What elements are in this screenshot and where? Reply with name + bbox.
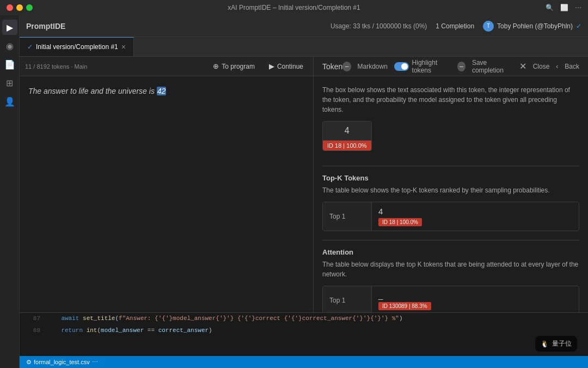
tabs-bar: ✓ Initial version/Completion #1 × (20, 37, 588, 57)
file-name: formal_logic_test.csv (34, 359, 90, 365)
save-completion-button[interactable]: Save completion (472, 59, 513, 74)
content-row: 11 / 8192 tokens · Main ⊕ To program ▶ C… (20, 57, 588, 312)
attention-table: Top 1 _ ID 130089 | 88.3% Top 2 _is ID 3… (322, 286, 579, 312)
attention-badge-1: ID 130089 | 88.3% (378, 302, 431, 310)
maximize-dot[interactable] (26, 4, 33, 11)
close-dot[interactable] (7, 4, 13, 11)
sidebar-icon-circle[interactable]: ◉ (2, 38, 17, 53)
save-label: Save completion (472, 59, 513, 74)
topk-description: The table below shows the top-K tokens r… (322, 185, 579, 195)
tab-label: Initial version/Completion #1 (36, 43, 118, 51)
app-logo: PromptIDE (26, 22, 65, 31)
topbar-info: Usage: 33 tks / 1000000 tks (0%) 1 Compl… (330, 21, 581, 32)
username: Toby Pohlen (@TobyPhln) (497, 22, 573, 30)
highlight-tokens-toggle[interactable]: Highlight tokens (394, 59, 451, 74)
statusbar-file: ⚙ formal_logic_test.csv ⋯ (26, 359, 98, 366)
watermark: 🐧 量子位 (535, 336, 577, 352)
markdown-label: Markdown (358, 63, 388, 70)
attention-section-title: Attention (322, 248, 579, 256)
editor-panel: 11 / 8192 tokens · Main ⊕ To program ▶ C… (20, 57, 314, 312)
search-icon[interactable]: 🔍 (546, 4, 554, 11)
editor-content[interactable]: The answer to life and the universe is 4… (20, 76, 313, 312)
close-label: Close (533, 63, 550, 70)
token-value: 4 (323, 122, 371, 141)
to-program-icon: ⊕ (213, 62, 219, 70)
topk-badge-1: ID 18 | 100.0% (378, 218, 422, 226)
continue-label: Continue (277, 63, 303, 70)
highlight-tokens-label: Highlight tokens (412, 59, 451, 74)
token-panel: Token − Markdown Highlight tokens − Sav (314, 57, 588, 312)
attention-label-1: Top 1 (323, 286, 372, 312)
attention-description: The table below displays the top K token… (322, 260, 579, 279)
user-info: T Toby Pohlen (@TobyPhln) ✓ (483, 21, 581, 32)
main-area: PromptIDE Usage: 33 tks / 1000000 tks (0… (20, 15, 588, 368)
attention-value-1: _ ID 130089 | 88.3% (372, 286, 579, 312)
topk-label-1: Top 1 (323, 202, 372, 231)
editor-text: The answer to life and the universe is (28, 87, 157, 95)
code-panel: 87 await set_title(f"Answer: {'{'}model_… (20, 312, 588, 356)
token-panel-content: The box below shows the text associated … (314, 76, 588, 312)
editor-info: 11 / 8192 tokens · Main (25, 63, 203, 70)
toggle-knob (401, 63, 408, 70)
watermark-icon: 🐧 (541, 340, 549, 348)
watermark-text: 量子位 (552, 339, 572, 348)
layout-icon[interactable]: ⬜ (560, 4, 568, 11)
divider-2 (322, 240, 579, 240)
sidebar-icon-grid[interactable]: ⊞ (2, 75, 17, 91)
topk-val-text-1: 4 (378, 207, 383, 216)
editor-toolbar: 11 / 8192 tokens · Main ⊕ To program ▶ C… (20, 57, 313, 76)
attention-row-1: Top 1 _ ID 130089 | 88.3% (323, 286, 579, 312)
code-line-88: 88 return int(model_answer == correct_an… (20, 325, 588, 337)
topk-table: Top 1 4 ID 18 | 100.0% (322, 202, 579, 231)
code-text-88: return int(model_answer == correct_answe… (47, 326, 212, 336)
topbar: PromptIDE Usage: 33 tks / 1000000 tks (0… (20, 15, 588, 37)
token-description: The box below shows the text associated … (322, 85, 579, 114)
line-num-88: 88 (24, 326, 40, 336)
code-line-87: 87 await set_title(f"Answer: {'{'}model_… (20, 313, 588, 325)
divider-1 (322, 166, 579, 166)
sidebar-icon-person[interactable]: 👤 (2, 94, 17, 109)
toggle-switch[interactable] (394, 62, 409, 71)
save-minus-button[interactable]: − (457, 62, 465, 71)
markdown-minus-button[interactable]: − (342, 62, 351, 71)
titlebar-actions: 🔍 ⬜ ⋯ (546, 4, 581, 11)
attention-val-1: _ (378, 291, 383, 300)
back-chevron-icon: ‹ (556, 63, 558, 70)
back-label[interactable]: Back (565, 63, 579, 70)
app-layout: ▶ ◉ 📄 ⊞ 👤 PromptIDE Usage: 33 tks / 1000… (0, 15, 588, 368)
token-panel-header: Token − Markdown Highlight tokens − Sav (314, 57, 588, 76)
close-button[interactable]: ✕ (519, 61, 526, 71)
gear-icon: ⚙ (26, 359, 32, 366)
avatar: T (483, 21, 494, 32)
tab-check-icon: ✓ (27, 43, 33, 51)
sidebar-icon-home[interactable]: ▶ (2, 20, 17, 35)
continue-button[interactable]: ▶ Continue (265, 60, 308, 73)
completions-label: 1 Completion (436, 22, 474, 30)
more-icon[interactable]: ⋯ (575, 4, 581, 11)
topk-row-1: Top 1 4 ID 18 | 100.0% (323, 202, 579, 231)
titlebar: xAI PromptIDE – Initial version/Completi… (0, 0, 588, 15)
sidebar: ▶ ◉ 📄 ⊞ 👤 (0, 15, 20, 368)
topk-section-title: Top-K Tokens (322, 174, 579, 182)
verified-icon: ✓ (576, 22, 581, 30)
token-panel-title: Token (322, 62, 342, 71)
minimize-dot[interactable] (16, 4, 23, 11)
tab-close-button[interactable]: × (121, 43, 126, 51)
line-num-87: 87 (24, 314, 40, 324)
window-controls (7, 4, 33, 11)
code-text-87: await set_title(f"Answer: {'{'}model_ans… (47, 314, 403, 324)
sidebar-icon-files[interactable]: 📄 (2, 57, 17, 72)
to-program-button[interactable]: ⊕ To program (209, 60, 259, 73)
selected-token[interactable]: 42 (157, 87, 167, 95)
more-dots-icon: ⋯ (92, 359, 98, 366)
window-title: xAI PromptIDE – Initial version/Completi… (228, 4, 360, 11)
to-program-label: To program (222, 63, 255, 70)
active-tab[interactable]: ✓ Initial version/Completion #1 × (20, 37, 134, 56)
token-box: 4 ID 18 | 100.0% (322, 121, 372, 151)
continue-icon: ▶ (269, 62, 274, 70)
token-badge: ID 18 | 100.0% (323, 141, 371, 150)
usage-label: Usage: 33 tks / 1000000 tks (0%) (330, 22, 427, 30)
topk-value-1: 4 ID 18 | 100.0% (372, 202, 579, 231)
header-actions: − Markdown Highlight tokens − Save compl… (342, 59, 579, 74)
statusbar: ⚙ formal_logic_test.csv ⋯ (20, 356, 588, 368)
